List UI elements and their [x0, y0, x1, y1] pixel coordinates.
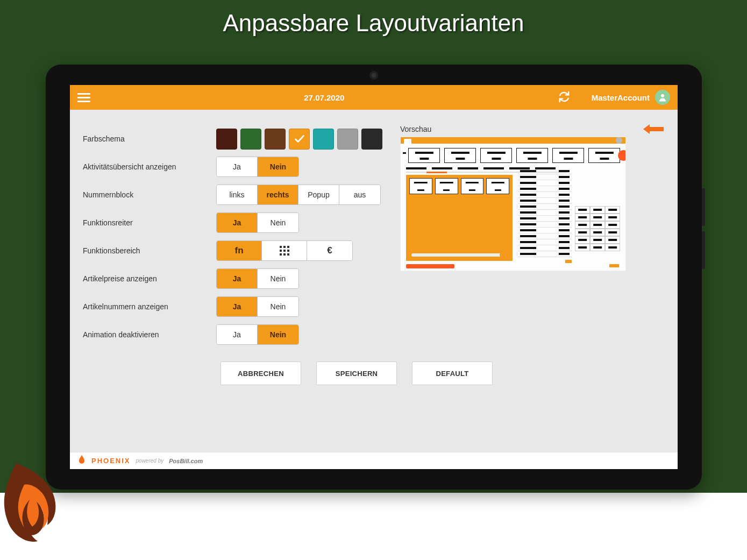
- segment-option[interactable]: Nein: [258, 325, 298, 344]
- svg-rect-1: [280, 246, 282, 248]
- action-bar: ABBRECHEN SPEICHERN DEFAULT: [220, 361, 678, 385]
- svg-rect-6: [287, 250, 289, 252]
- segment-option[interactable]: Ja: [217, 325, 258, 344]
- account-name: MasterAccount: [592, 93, 650, 102]
- label-color-scheme: Farbschema: [83, 134, 216, 143]
- color-swatch[interactable]: [337, 129, 358, 150]
- preview-box: [400, 137, 626, 271]
- tablet-camera: [371, 72, 377, 79]
- segment-option[interactable]: Ja: [217, 213, 258, 232]
- footer-brand: PHOENIX: [91, 457, 131, 465]
- tablet-side-button: [702, 231, 705, 269]
- row-disable-animation: Animation deaktivieren JaNein: [83, 321, 389, 349]
- row-function-area: Funktionsbereich fn€: [83, 237, 389, 265]
- segment-option[interactable]: aus: [339, 185, 380, 204]
- segment-option[interactable]: fn: [217, 241, 262, 260]
- segment-option[interactable]: Nein: [258, 157, 298, 176]
- svg-rect-9: [287, 253, 289, 256]
- footer-company: PosBill.com: [169, 458, 203, 464]
- tablet-side-button: [702, 188, 705, 226]
- label-show-numbers: Artikelnummern anzeigen: [83, 302, 216, 311]
- save-button[interactable]: SPEICHERN: [316, 361, 397, 385]
- row-show-numbers: Artikelnummern anzeigen JaNein: [83, 293, 389, 321]
- color-swatch[interactable]: [313, 129, 334, 150]
- row-show-prices: Artikelpreise anzeigen JaNein: [83, 265, 389, 293]
- footer-powered-by: powered by: [136, 458, 164, 464]
- color-swatch[interactable]: [361, 129, 382, 150]
- color-swatch[interactable]: [216, 129, 237, 150]
- segment-option[interactable]: Ja: [217, 269, 258, 288]
- topbar-date: 27.07.2020: [90, 93, 558, 102]
- label-function-area: Funktionsbereich: [83, 246, 216, 255]
- account-area[interactable]: MasterAccount: [592, 90, 670, 105]
- svg-rect-5: [283, 250, 286, 252]
- preview-panel: Vorschau: [400, 125, 665, 349]
- row-numpad: Nummernblock linksrechtsPopupaus: [83, 181, 389, 209]
- app-screen: 27.07.2020 MasterAccount Farbschema: [70, 85, 678, 469]
- segment-option[interactable]: €: [307, 241, 352, 260]
- menu-icon[interactable]: [77, 93, 90, 102]
- segment-option[interactable]: Popup: [298, 185, 339, 204]
- row-function-tabs: Funktionsreiter JaNein: [83, 209, 389, 237]
- svg-rect-3: [287, 246, 289, 248]
- marketing-headline: Anpassbare Layoutvarianten: [0, 10, 747, 37]
- tablet-frame: 27.07.2020 MasterAccount Farbschema: [46, 65, 702, 490]
- label-function-tabs: Funktionsreiter: [83, 218, 216, 227]
- segment-option[interactable]: links: [217, 185, 258, 204]
- label-numpad: Nummernblock: [83, 190, 216, 199]
- segment-option[interactable]: rechts: [258, 185, 298, 204]
- svg-rect-2: [283, 246, 286, 248]
- segment-option[interactable]: Ja: [217, 157, 258, 176]
- color-swatch[interactable]: [289, 129, 310, 150]
- grid-icon: [280, 246, 289, 256]
- row-color-scheme: Farbschema: [83, 125, 389, 153]
- segment-option[interactable]: Ja: [217, 297, 258, 316]
- segment-option[interactable]: Nein: [258, 213, 298, 232]
- label-activity-overview: Aktivitätsübersicht anzeigen: [83, 162, 216, 171]
- row-activity-overview: Aktivitätsübersicht anzeigen JaNein: [83, 153, 389, 181]
- footer-bar: PHOENIX powered by PosBill.com: [70, 452, 678, 469]
- svg-point-0: [661, 94, 664, 97]
- segment-option[interactable]: [262, 241, 307, 260]
- svg-rect-7: [280, 253, 282, 256]
- label-show-prices: Artikelpreise anzeigen: [83, 274, 216, 283]
- svg-rect-8: [283, 253, 286, 256]
- phoenix-flame-icon: [77, 455, 86, 466]
- default-button[interactable]: DEFAULT: [412, 361, 493, 385]
- preview-title: Vorschau: [400, 125, 665, 133]
- settings-panel: Farbschema Aktivitätsübersicht anzeigen …: [83, 125, 389, 349]
- color-swatch[interactable]: [265, 129, 286, 150]
- color-swatch[interactable]: [240, 129, 261, 150]
- top-bar: 27.07.2020 MasterAccount: [70, 85, 678, 110]
- svg-rect-4: [280, 250, 282, 252]
- cancel-button[interactable]: ABBRECHEN: [220, 361, 301, 385]
- avatar-icon: [655, 90, 670, 105]
- segment-option[interactable]: Nein: [258, 269, 298, 288]
- sync-icon[interactable]: [558, 91, 570, 104]
- label-disable-animation: Animation deaktivieren: [83, 330, 216, 339]
- back-arrow-icon[interactable]: [642, 120, 665, 139]
- segment-option[interactable]: Nein: [258, 297, 298, 316]
